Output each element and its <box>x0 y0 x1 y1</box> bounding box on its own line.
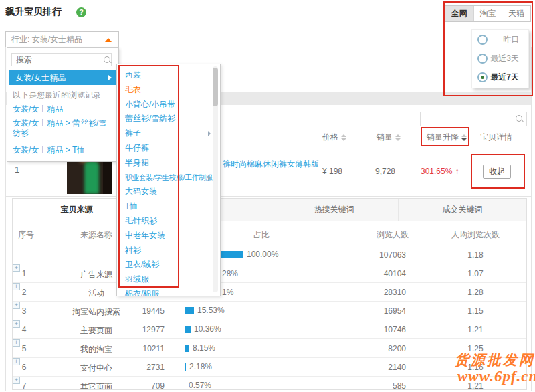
radio-icon[interactable] <box>477 72 488 82</box>
flyout-item[interactable]: 中老年女装 <box>117 229 220 243</box>
flyout-item[interactable]: 卫衣/绒衫 <box>117 258 220 272</box>
industry-select[interactable]: 行业: 女装/女士精品 <box>5 31 119 47</box>
column-header-seq: 序号 <box>18 229 38 241</box>
chevron-right-icon <box>208 175 211 181</box>
source-tab-bar: 宝贝来源热搜关键词成交关键词 <box>13 199 526 221</box>
history-link[interactable]: 女装/女士精品 > 蕾丝衫/雪纺衫 <box>13 118 114 138</box>
history-link[interactable]: 女装/女士精品 > T恤 <box>13 145 114 155</box>
pct-bar-group: 0.57% <box>185 381 211 389</box>
industry-item-selected[interactable]: 女装/女士精品 <box>9 70 117 85</box>
pct-value: 2.18% <box>189 362 212 371</box>
row-seq: 3 <box>19 306 29 316</box>
chevron-right-icon <box>108 75 112 80</box>
period-option-label: 最近3天 <box>490 53 519 64</box>
pct-value-partial: 1% <box>222 288 233 297</box>
category-flyout: 西装毛衣小背心/小吊带蕾丝衫/雪纺衫裤子牛仔裤半身裙职业套装/学生校服/工作制服… <box>116 64 221 296</box>
column-header-avg-views: 人均浏览次数 <box>429 229 522 241</box>
flyout-item[interactable]: 毛衣 <box>117 83 220 98</box>
product-price: ¥ 198 <box>322 167 342 176</box>
flyout-item[interactable]: 裤子 <box>117 126 220 141</box>
table-row: 100.00%1070631.18 <box>13 246 526 264</box>
help-icon[interactable]: ? <box>76 7 86 17</box>
column-header-pct: 占比 <box>235 229 288 241</box>
industry-search-input[interactable] <box>11 53 112 66</box>
flyout-item[interactable]: 棉衣/棉服 <box>117 287 220 296</box>
pct-bar-group: 10.36% <box>185 325 221 333</box>
product-title-link[interactable]: 裤时尚棉麻休闲裤女薄韩版 <box>223 159 319 170</box>
row-seq: 2 <box>19 288 29 297</box>
table-row: 2+活动1%283101.28 <box>13 282 526 301</box>
source-card: 宝贝来源热搜关键词成交关键词 序号 来源名称 占比 浏览人数 人均浏览次数 10… <box>12 198 527 390</box>
radio-icon[interactable] <box>477 35 488 45</box>
flyout-item[interactable]: 羽绒服 <box>117 272 220 287</box>
table-row: 3+淘宝站内搜索1944515.53%169541.15 <box>13 301 526 320</box>
sort-icon[interactable] <box>341 134 346 141</box>
column-header-sales[interactable]: 销量 <box>377 132 401 143</box>
flyout-item[interactable]: T恤 <box>117 199 220 214</box>
pct-value: 8.15% <box>193 343 215 353</box>
pct-value: 0.57% <box>189 381 211 390</box>
scope-tab-天猫[interactable]: 天猫 <box>502 6 530 21</box>
scope-tab-group: 全网淘宝天猫 <box>445 5 531 22</box>
scope-tab-淘宝[interactable]: 淘宝 <box>473 6 502 21</box>
visitors-count: 585 <box>327 381 414 390</box>
page: 飙升宝贝排行 ? 全网淘宝天猫 昨日最近3天最近7天 价格 销量 销量升降 宝贝… <box>0 0 535 392</box>
pct-bar <box>185 326 191 333</box>
pct-bar <box>185 382 185 389</box>
visitors-count: 10746 <box>327 325 414 334</box>
product-sales: 9,728 <box>375 167 395 176</box>
table-row: 6+支付中心27312.18%21401.16 <box>13 357 526 376</box>
rank-number: 1 <box>15 165 19 175</box>
period-dropdown: 昨日最近3天最近7天 <box>471 29 529 88</box>
row-seq: 6 <box>19 363 29 372</box>
visitors-count: 40104 <box>327 269 414 278</box>
pct-bar <box>185 363 186 371</box>
source-tab-热搜关键词[interactable]: 热搜关键词 <box>270 199 398 221</box>
pct-value: 15.53% <box>197 306 225 315</box>
sort-icon[interactable] <box>395 134 401 141</box>
industry-dropdown: 女装/女士精品 以下是您最近的浏览记录 女装/女士精品 女装/女士精品 > 蕾丝… <box>7 47 119 162</box>
flyout-item[interactable]: 小背心/小吊带 <box>117 98 220 112</box>
card-divider <box>5 196 532 197</box>
radio-icon[interactable] <box>477 54 488 64</box>
collapse-button[interactable]: 收起 <box>483 165 511 179</box>
flyout-item[interactable]: 半身裙 <box>117 156 220 171</box>
period-option[interactable]: 最近3天 <box>472 49 528 68</box>
flyout-item[interactable]: 牛仔裤 <box>117 141 220 156</box>
pct-value: 100.00% <box>247 250 278 259</box>
pct-bar-group: 2.18% <box>185 363 212 371</box>
views-count: 2731 <box>91 363 165 372</box>
pct-bar-group: 8.15% <box>185 344 215 352</box>
period-option[interactable]: 最近7天 <box>472 68 528 86</box>
flyout-item[interactable]: 职业套装/学生校服/工作制服 <box>117 171 220 185</box>
period-option[interactable]: 昨日 <box>472 30 528 49</box>
row-seq: 7 <box>19 381 29 390</box>
avg-views: 1.18 <box>429 250 522 260</box>
flyout-item[interactable]: 蕾丝衫/雪纺衫 <box>117 112 220 126</box>
chevron-right-icon <box>208 131 211 136</box>
flyout-item[interactable]: 毛针织衫 <box>117 214 220 229</box>
table-row: 4+主要页面1297710.36%107461.21 <box>13 320 526 338</box>
avg-views: 1.21 <box>429 325 522 334</box>
pct-value-partial: 28% <box>222 269 238 278</box>
period-option-label: 最近7天 <box>490 72 519 83</box>
table-row: 1+广告来源28%401041.07 <box>13 264 526 282</box>
sort-icon-active[interactable] <box>461 134 467 141</box>
flyout-item[interactable]: 衬衫 <box>117 243 220 258</box>
column-header-price[interactable]: 价格 <box>322 132 346 143</box>
table-row: 7+其它页面7090.57%5851.21 <box>13 376 526 390</box>
watermark-url: www.6pf.cn <box>457 368 535 385</box>
source-tab-成交关键词[interactable]: 成交关键词 <box>398 199 526 221</box>
avg-views: 1.15 <box>429 306 522 316</box>
flyout-item[interactable]: 西装 <box>117 68 220 83</box>
column-header-sales-trend[interactable]: 销量升降 <box>427 132 467 143</box>
period-option-label: 昨日 <box>503 34 519 45</box>
scope-tab-全网[interactable]: 全网 <box>445 6 473 21</box>
search-icon <box>104 56 110 63</box>
views-count: 12977 <box>91 325 165 334</box>
search-icon <box>516 115 522 122</box>
history-link[interactable]: 女装/女士精品 <box>13 104 114 114</box>
product-search-box[interactable] <box>420 112 527 126</box>
flyout-item[interactable]: 大码女装 <box>117 185 220 199</box>
visitors-count: 2140 <box>327 363 414 372</box>
